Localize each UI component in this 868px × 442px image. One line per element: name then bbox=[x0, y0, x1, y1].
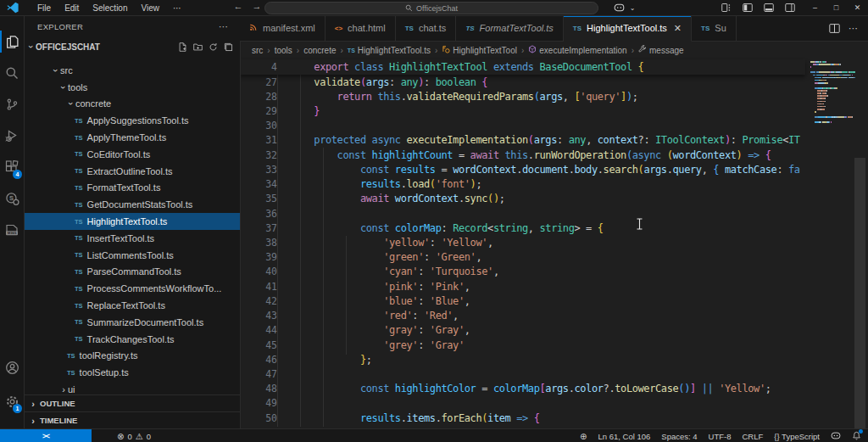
line-number[interactable]: 40 bbox=[240, 266, 291, 277]
line-number[interactable]: 32 bbox=[240, 149, 291, 161]
code-line-sticky-4[interactable]: 4 export class HighlightTextTool extends… bbox=[240, 59, 643, 74]
tree-item-toolregistry-ts[interactable]: TStoolRegistry.ts bbox=[24, 348, 240, 365]
toggle-primary-sidebar-icon[interactable] bbox=[741, 2, 754, 14]
extensions-activity-button[interactable]: 4 bbox=[0, 153, 24, 182]
explorer-more-actions-icon[interactable]: ⋯ bbox=[219, 21, 228, 32]
tab-chat-ts[interactable]: TSchat.ts bbox=[396, 15, 457, 41]
line-number[interactable]: 43 bbox=[240, 310, 291, 322]
tree-item-applysuggestionstool-ts[interactable]: TSApplySuggestionsTool.ts bbox=[24, 112, 240, 129]
settings-gear-button[interactable]: 1 bbox=[0, 387, 24, 416]
section-outline[interactable]: ›OUTLINE bbox=[24, 394, 240, 411]
breadcrumb-src[interactable]: src bbox=[252, 46, 263, 55]
code-line-39[interactable]: 39 'green': 'Green', bbox=[240, 250, 805, 265]
copilot-dropdown-chevron-icon[interactable]: ⌄ bbox=[626, 2, 639, 14]
search-activity-button[interactable] bbox=[0, 59, 24, 87]
line-number[interactable]: 30 bbox=[240, 120, 291, 131]
section-timeline[interactable]: ›TIMELINE bbox=[24, 411, 240, 428]
m365-activity-button[interactable]: M365 bbox=[0, 215, 24, 244]
breadcrumb-highlighttexttool-ts[interactable]: TSHighlightTextTool.ts bbox=[348, 46, 431, 55]
code-line-27[interactable]: 27 validate(args: any): boolean { bbox=[240, 75, 805, 89]
line-number[interactable]: 49 bbox=[240, 397, 291, 409]
source-control-activity-button[interactable] bbox=[0, 90, 24, 119]
run-debug-activity-button[interactable] bbox=[0, 121, 24, 150]
code-line-31[interactable]: 31 protected async executeImplementation… bbox=[240, 133, 805, 148]
minimap[interactable] bbox=[807, 59, 853, 314]
tree-item-inserttexttool-ts[interactable]: TSInsertTextTool.ts bbox=[24, 230, 240, 247]
toggle-panel-icon[interactable] bbox=[762, 2, 776, 14]
code-line-49[interactable]: 49 bbox=[240, 396, 805, 411]
code-line-48[interactable]: 48 const highlightColor = colorMap[args.… bbox=[240, 382, 805, 396]
code-line-41[interactable]: 41 'pink': 'Pink', bbox=[240, 279, 805, 294]
code-line-43[interactable]: 43 'red': 'Red', bbox=[240, 309, 805, 323]
breadcrumb-executeimplementation[interactable]: executeImplementation bbox=[528, 45, 626, 55]
copilot-status-icon[interactable] bbox=[831, 432, 841, 441]
line-col-status[interactable]: Ln 61, Col 106 bbox=[598, 432, 651, 441]
code-line-37[interactable]: 37 const colorMap: Record<string, string… bbox=[240, 221, 805, 235]
new-file-icon[interactable] bbox=[178, 42, 187, 52]
tree-item-toolsetup-ts[interactable]: TStoolSetup.ts bbox=[24, 364, 240, 381]
line-number[interactable]: 33 bbox=[240, 164, 291, 176]
line-number[interactable]: 42 bbox=[240, 295, 291, 307]
nav-back-button[interactable]: ← bbox=[231, 1, 246, 11]
line-number[interactable]: 28 bbox=[240, 91, 291, 103]
toggle-secondary-sidebar-icon[interactable] bbox=[783, 2, 797, 14]
tree-item-concrete[interactable]: ›concrete bbox=[24, 96, 240, 113]
tree-item-coeditortool-ts[interactable]: TSCoEditorTool.ts bbox=[24, 146, 240, 163]
window-minimize-button[interactable]: – bbox=[804, 0, 826, 15]
code-line-35[interactable]: 35 await wordContext.sync(); bbox=[240, 192, 805, 206]
close-icon[interactable]: ✕ bbox=[674, 23, 682, 34]
line-number[interactable]: 50 bbox=[240, 412, 291, 424]
menu-overflow-icon[interactable]: ⋯ bbox=[166, 3, 188, 13]
eol-status[interactable]: CRLF bbox=[742, 432, 763, 441]
menu-file[interactable]: File bbox=[31, 3, 58, 13]
nav-forward-button[interactable]: → bbox=[249, 1, 264, 11]
circle-plus-icon[interactable]: ⊕ bbox=[580, 432, 587, 441]
tree-item-applythemetool-ts[interactable]: TSApplyThemeTool.ts bbox=[24, 129, 240, 146]
language-status[interactable]: {} TypeScript bbox=[774, 432, 820, 441]
scrollbar-thumb[interactable] bbox=[854, 158, 865, 428]
code-line-50[interactable]: 50 results.items.forEach(item => { bbox=[240, 411, 805, 425]
menu-view[interactable]: View bbox=[135, 3, 167, 13]
line-number[interactable]: 38 bbox=[240, 237, 291, 249]
code-line-40[interactable]: 40 'cyan': 'Turquoise', bbox=[240, 265, 805, 279]
project-root-row[interactable]: › OFFICEJSCHAT bbox=[24, 37, 240, 56]
customize-layout-icon[interactable] bbox=[720, 2, 733, 14]
tree-item-trackchangestool-ts[interactable]: TSTrackChangesTool.ts bbox=[24, 331, 240, 348]
office-addin-activity-button[interactable]: S bbox=[0, 184, 24, 213]
tab-highlighttexttool-ts[interactable]: TSHighlightTextTool.ts✕ bbox=[564, 15, 692, 42]
window-close-button[interactable]: ✕ bbox=[847, 0, 868, 15]
line-number[interactable]: 44 bbox=[240, 324, 291, 336]
line-number[interactable]: 27 bbox=[240, 76, 291, 88]
more-actions-icon[interactable]: ⋯ bbox=[849, 23, 858, 34]
breadcrumb-highlighttexttool[interactable]: HighlightTextTool bbox=[442, 45, 517, 55]
copilot-icon[interactable] bbox=[612, 2, 626, 14]
line-number[interactable]: 41 bbox=[240, 281, 291, 293]
tree-item-listcommentstool-ts[interactable]: TSListCommentsTool.ts bbox=[24, 247, 240, 264]
line-number[interactable]: 47 bbox=[240, 368, 291, 380]
code-line-30[interactable]: 30 bbox=[240, 119, 805, 133]
line-number[interactable]: 35 bbox=[240, 193, 291, 204]
code-line-45[interactable]: 45 'grey': 'Gray' bbox=[240, 338, 805, 352]
code-line-38[interactable]: 38 'yellow': 'Yellow', bbox=[240, 235, 805, 249]
tab-su[interactable]: TSSu bbox=[692, 15, 737, 41]
tree-item-parsecommandtool-ts[interactable]: TSParseCommandTool.ts bbox=[24, 264, 240, 281]
sticky-scroll-line[interactable]: 4 export class HighlightTextTool extends… bbox=[240, 59, 805, 75]
line-number[interactable]: 29 bbox=[240, 105, 291, 117]
refresh-icon[interactable] bbox=[209, 42, 218, 52]
tree-item-replacetexttool-ts[interactable]: TSReplaceTextTool.ts bbox=[24, 297, 240, 314]
notifications-bell-icon[interactable] bbox=[852, 431, 861, 442]
tree-item-tools[interactable]: ›tools bbox=[24, 79, 240, 96]
code-line-33[interactable]: 33 const results = wordContext.document.… bbox=[240, 162, 805, 176]
line-number[interactable]: 45 bbox=[240, 339, 291, 351]
line-number[interactable]: 46 bbox=[240, 354, 291, 366]
line-number[interactable]: 34 bbox=[240, 178, 291, 190]
code-line-34[interactable]: 34 results.load('font'); bbox=[240, 177, 805, 192]
tree-item-formattexttool-ts[interactable]: TSFormatTextTool.ts bbox=[24, 180, 240, 197]
code-line-46[interactable]: 46 }; bbox=[240, 352, 805, 366]
tab-formattexttool-ts[interactable]: TSFormatTextTool.ts bbox=[456, 15, 563, 41]
code-line-44[interactable]: 44 'gray': 'Gray', bbox=[240, 323, 805, 338]
code-editor[interactable]: 27 validate(args: any): boolean {28 retu… bbox=[240, 75, 805, 428]
line-number[interactable]: 39 bbox=[240, 251, 291, 263]
code-line-29[interactable]: 29 } bbox=[240, 104, 805, 118]
line-number[interactable]: 36 bbox=[240, 208, 291, 220]
